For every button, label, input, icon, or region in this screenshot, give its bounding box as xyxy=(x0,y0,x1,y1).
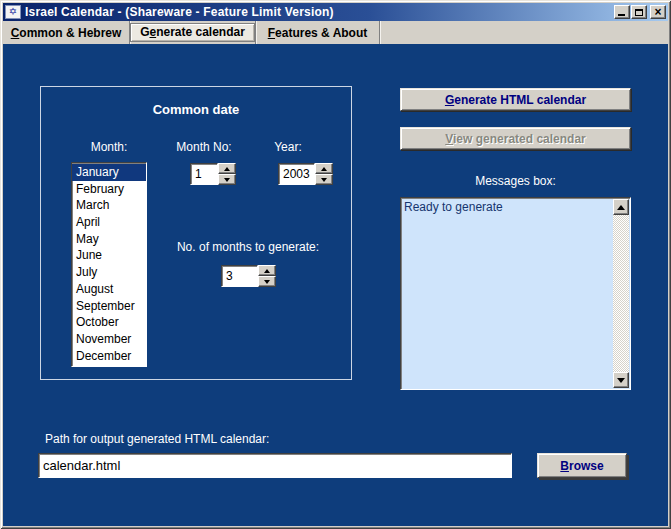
month-no-up-button[interactable] xyxy=(218,163,236,174)
window-controls xyxy=(614,5,666,19)
month-option[interactable]: February xyxy=(72,181,146,198)
messages-box[interactable]: Ready to generate xyxy=(400,197,631,390)
year-up-button[interactable] xyxy=(315,163,333,174)
messages-scrollbar[interactable] xyxy=(613,199,629,388)
arrow-up-icon xyxy=(617,205,625,210)
month-option[interactable]: June xyxy=(72,247,146,264)
month-listbox[interactable]: January February March April May June Ju… xyxy=(71,162,147,367)
generate-html-calendar-button[interactable]: Generate HTML calendar xyxy=(400,88,631,111)
common-date-group: Common date Month: January February Marc… xyxy=(40,86,352,380)
view-generated-calendar-button[interactable]: View generated calendar xyxy=(400,127,631,150)
client-area: Common date Month: January February Marc… xyxy=(3,44,668,526)
close-icon xyxy=(654,6,661,18)
month-option[interactable]: September xyxy=(72,298,146,315)
months-to-generate-down-button[interactable] xyxy=(258,276,276,287)
maximize-button[interactable] xyxy=(631,5,647,19)
arrow-down-icon xyxy=(264,280,270,284)
titlebar: Israel Calendar - (Shareware - Feature L… xyxy=(3,3,668,21)
month-option[interactable]: January xyxy=(72,164,146,181)
output-path-input[interactable] xyxy=(38,453,512,478)
month-option[interactable]: August xyxy=(72,281,146,298)
arrow-down-icon xyxy=(617,378,625,383)
arrow-up-icon xyxy=(224,167,230,171)
tab-common-hebrew[interactable]: Common & Hebrew xyxy=(3,21,130,44)
month-option[interactable]: July xyxy=(72,264,146,281)
month-option[interactable]: December xyxy=(72,348,146,365)
month-option[interactable]: November xyxy=(72,331,146,348)
arrow-up-icon xyxy=(264,269,270,273)
minimize-icon xyxy=(618,14,625,16)
output-path-label: Path for output generated HTML calendar: xyxy=(45,432,269,446)
messages-text: Ready to generate xyxy=(404,200,503,214)
month-option[interactable]: May xyxy=(72,231,146,248)
arrow-down-icon xyxy=(321,178,327,182)
month-option[interactable]: March xyxy=(72,197,146,214)
months-to-generate-label: No. of months to generate: xyxy=(148,240,348,254)
year-label: Year: xyxy=(238,140,338,154)
month-option[interactable]: April xyxy=(72,214,146,231)
arrow-down-icon xyxy=(224,178,230,182)
minimize-button[interactable] xyxy=(614,5,630,19)
months-to-generate-spinner xyxy=(221,265,276,287)
month-no-spinner xyxy=(190,163,236,185)
browse-button[interactable]: Browse xyxy=(537,453,627,478)
app-window: Israel Calendar - (Shareware - Feature L… xyxy=(0,0,671,529)
tab-generate-calendar[interactable]: Generate calendar xyxy=(130,21,256,44)
year-spinner xyxy=(278,163,333,185)
window-title: Israel Calendar - (Shareware - Feature L… xyxy=(25,5,614,19)
messages-box-label: Messages box: xyxy=(400,174,631,188)
months-to-generate-input[interactable] xyxy=(221,265,258,287)
app-icon[interactable] xyxy=(5,5,21,19)
arrow-up-icon xyxy=(321,167,327,171)
group-title: Common date xyxy=(41,102,351,117)
scroll-down-button[interactable] xyxy=(613,372,629,388)
year-down-button[interactable] xyxy=(315,174,333,185)
year-input[interactable] xyxy=(278,163,315,185)
month-no-input[interactable] xyxy=(190,163,218,185)
tab-bar: Common & Hebrew Generate calendar Featur… xyxy=(3,21,668,44)
scroll-up-button[interactable] xyxy=(613,199,629,215)
month-label: Month: xyxy=(59,140,159,154)
month-no-down-button[interactable] xyxy=(218,174,236,185)
tab-features-about[interactable]: Features & About xyxy=(256,21,380,44)
maximize-icon xyxy=(635,9,643,16)
months-to-generate-up-button[interactable] xyxy=(258,265,276,276)
month-option[interactable]: October xyxy=(72,314,146,331)
close-button[interactable] xyxy=(650,5,666,19)
